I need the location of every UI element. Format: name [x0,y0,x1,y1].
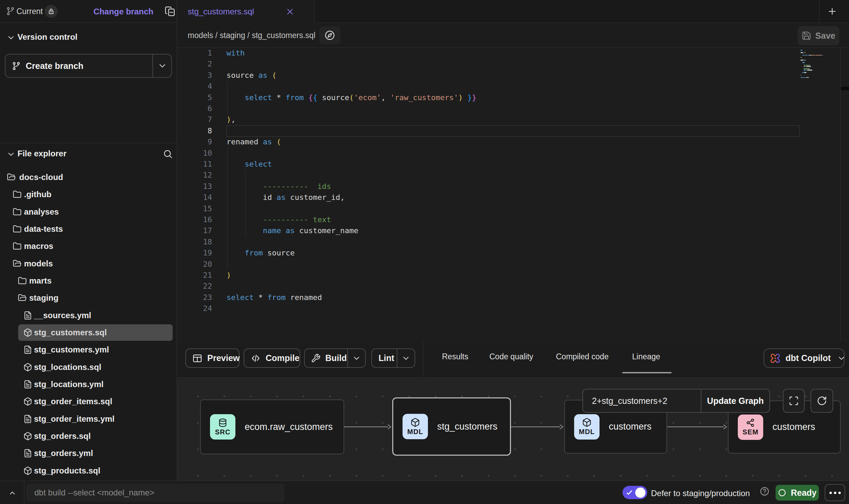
chevron-up-icon[interactable] [8,489,16,497]
tree-item-stg-orders-yml[interactable]: stg_orders.yml [0,445,177,462]
node-label: stg_customers [437,421,498,432]
tree-item-stg-order-items-yml[interactable]: stg_order_items.yml [0,410,177,428]
lint-label: Lint [379,353,394,363]
dbt-copilot-button[interactable]: dbt Copilot [764,348,845,368]
tree-item-label: stg_orders.sql [34,431,91,441]
tree-item-stg-customers-sql[interactable]: stg_customers.sql [0,324,177,341]
create-branch-caret[interactable] [153,55,171,77]
tree-item-label: stg_locations.sql [34,362,101,372]
close-tab-icon[interactable] [286,8,294,16]
fullscreen-button[interactable] [783,389,805,413]
active-tab-underline [622,372,672,373]
tab-code-quality[interactable]: Code quality [489,352,533,361]
tree-item-label: stg_locations.yml [34,380,104,389]
search-icon[interactable] [163,149,173,159]
copy-branch-icon[interactable] [164,5,176,17]
new-tab-button[interactable] [827,6,837,16]
tab-compiled-code[interactable]: Compiled code [556,352,608,361]
node-label: customers [609,421,652,432]
lineage-edge [344,427,388,427]
code-line-2: 2 [177,59,849,70]
tree-item--github[interactable]: .github [0,186,177,203]
update-graph-button[interactable]: Update Graph [701,389,769,412]
arrow-head-icon [559,423,564,430]
code-editor[interactable]: 1with23source as (45 select * from {{ so… [177,48,849,341]
tree-item-staging[interactable]: staging [0,289,177,307]
tree-item--sources-yml[interactable]: __sources.yml [0,307,177,324]
file-icon [23,345,32,354]
tree-item-data-tests[interactable]: data-tests [0,220,177,238]
code-line-6: 6 [177,103,849,114]
save-icon [802,31,811,40]
ready-status-button[interactable]: Ready [776,485,819,501]
tree-item-marts[interactable]: marts [0,272,177,289]
tree-item-label: stg_products.sql [34,466,100,476]
tree-item-docs-cloud[interactable]: docs-cloud [0,169,177,186]
compile-button[interactable]: Compile [244,348,300,368]
model-icon [23,466,32,475]
dbt-copilot-label: dbt Copilot [786,353,831,363]
lineage-panel[interactable]: SRCecom.raw_customersMDLstg_customersMDL… [177,378,849,481]
tree-item-stg-locations-sql[interactable]: stg_locations.sql [0,359,177,376]
copilot-inline-icon[interactable] [319,26,340,44]
check-icon [626,489,633,496]
folder-icon [13,190,22,199]
tree-item-stg-order-items-sql[interactable]: stg_order_items.sql [0,393,177,410]
arrow-head-icon [722,423,728,430]
tree-item-stg-customers-yml[interactable]: stg_customers.yml [0,341,177,358]
version-control-header[interactable]: Version control [0,29,177,45]
tree-item-stg-locations-yml[interactable]: stg_locations.yml [0,376,177,393]
copilot-caret [837,354,846,363]
create-branch-main[interactable]: Create branch [5,55,153,77]
help-icon[interactable] [759,486,770,496]
tab-results[interactable]: Results [442,352,468,361]
code-line-11: 11 select [177,159,849,170]
cube-icon [410,418,420,427]
refresh-button[interactable] [811,389,833,413]
dbt-cloud-ide: Current Change branch Version control [0,0,849,504]
scrollbar-mark [841,87,849,90]
table-icon [192,353,202,363]
folder-icon [13,242,22,251]
file-explorer-header[interactable]: File explorer [0,146,177,161]
lineage-edge [667,427,724,427]
tree-item-models[interactable]: models [0,255,177,272]
defer-toggle[interactable] [623,486,647,499]
lineage-node-mdl-stg-customers[interactable]: MDLstg_customers [392,397,511,456]
tree-item-analyses[interactable]: analyses [0,203,177,220]
node-label: customers [772,422,815,432]
code-line-15: 15 [177,203,849,214]
wrench-icon [311,353,321,363]
tab-stg-customers-sql[interactable]: stg_customers.sql [177,0,315,23]
build-caret[interactable] [348,354,365,363]
tab-lineage[interactable]: Lineage [632,352,660,361]
tree-item-label: stg_customers.yml [34,345,109,355]
code-line-4: 4 [177,81,849,92]
lineage-selector-input[interactable] [583,396,701,406]
create-branch-button[interactable]: Create branch [5,54,172,78]
tree-item-stg-orders-sql[interactable]: stg_orders.sql [0,428,177,445]
preview-button[interactable]: Preview [185,348,240,368]
change-branch-link[interactable]: Change branch [93,7,153,16]
tree-item-label: analyses [24,207,59,217]
branch-locked-badge [45,5,58,18]
network-icon [746,418,755,428]
build-button[interactable]: Build [304,348,366,368]
code-line-13: 13 ---------- ids [177,181,849,192]
tree-item-stg-products-sql[interactable]: stg_products.sql [0,462,177,479]
lint-caret[interactable] [397,354,415,363]
tree-item-macros[interactable]: macros [0,238,177,255]
lint-button[interactable]: Lint [371,348,415,368]
code-line-20: 20 [177,259,849,270]
tree-item-label: marts [29,276,51,286]
folder-open-icon [13,259,22,268]
dbt-command-input[interactable] [26,483,285,502]
minimap-separator [840,48,841,341]
git-branch-icon [6,7,15,16]
lineage-node-src-ecom-raw-customers[interactable]: SRCecom.raw_customers [200,399,344,454]
more-options-button[interactable] [825,484,845,501]
save-button[interactable]: Save [798,26,839,45]
model-icon [23,328,32,337]
file-explorer-title: File explorer [18,149,67,158]
mdl-badge: MDL [574,414,600,440]
